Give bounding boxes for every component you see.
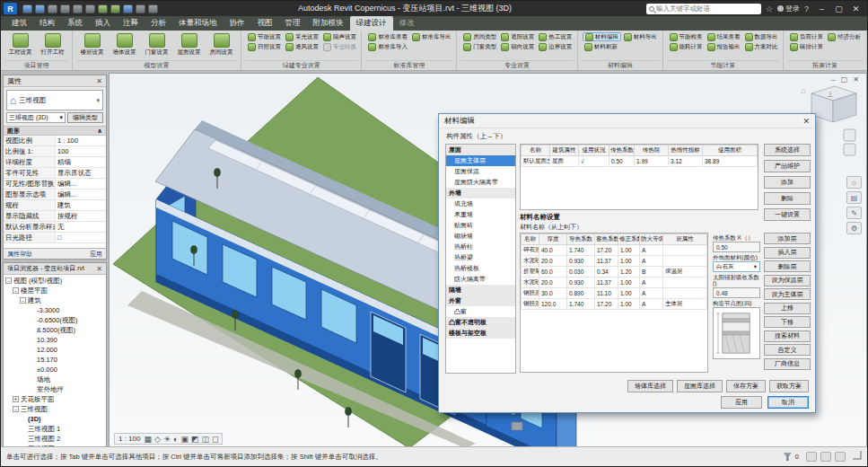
- property-row[interactable]: 显示隐藏线按规程: [4, 211, 106, 222]
- column-header[interactable]: 层属性: [663, 234, 707, 245]
- apply-button[interactable]: 应用: [721, 396, 762, 409]
- browser-tree-item[interactable]: 15.170: [4, 355, 106, 365]
- browser-tree-item[interactable]: (3D): [4, 414, 106, 424]
- dialog-button[interactable]: 保存方案: [726, 380, 766, 392]
- ribbon-tab[interactable]: 体量和场地: [172, 16, 224, 31]
- ribbon-tool[interactable]: 专业转换: [321, 42, 358, 51]
- component-tree-item[interactable]: 屋面主体层: [446, 155, 515, 166]
- close-icon[interactable]: ✕: [96, 265, 102, 273]
- component-tree-item[interactable]: 凸窗不透明板: [446, 317, 515, 328]
- view-scale[interactable]: 1 : 100: [118, 435, 140, 443]
- ribbon-tab[interactable]: 视图: [251, 16, 279, 31]
- ribbon-tool[interactable]: 方案对比: [743, 42, 780, 51]
- ribbon-panel-label[interactable]: 拓展计算: [787, 60, 863, 70]
- component-tree-item[interactable]: 外墙: [446, 188, 515, 198]
- ribbon-tool[interactable]: 能耗计算: [668, 42, 705, 51]
- maximize-button[interactable]: ▢: [830, 2, 847, 16]
- edit-tool-icon[interactable]: ✎: [846, 207, 862, 219]
- navigation-wheel-icon[interactable]: [844, 129, 855, 141]
- view-control-icon[interactable]: ◻: [212, 435, 218, 444]
- ribbon-tool[interactable]: 门窗类型: [461, 42, 498, 51]
- k-value-field[interactable]: 0.50: [713, 242, 760, 252]
- properties-help-link[interactable]: 属性帮助: [7, 250, 32, 259]
- editable-only-icon[interactable]: [806, 452, 817, 462]
- component-tree-item[interactable]: 屋面保温: [446, 166, 515, 177]
- dialog-button[interactable]: 产品维护: [764, 160, 811, 172]
- pan-tool-icon[interactable]: [844, 144, 855, 155]
- browser-tree-item[interactable]: +天花板平面: [4, 394, 106, 404]
- browser-tree-item[interactable]: 三维视图 1: [4, 424, 106, 434]
- browser-tree-item[interactable]: -3.3000: [4, 305, 106, 315]
- ribbon-panel-label[interactable]: 节能计算: [667, 60, 779, 70]
- column-header[interactable]: 使用状况: [579, 145, 609, 156]
- select-links-icon[interactable]: [835, 452, 846, 462]
- column-header[interactable]: 修正系数: [618, 234, 640, 245]
- browser-tree-item[interactable]: -楼层平面: [4, 286, 106, 295]
- property-row[interactable]: 视图比例1 : 100: [4, 136, 106, 146]
- ribbon-tool[interactable]: 朝向设置: [499, 42, 536, 51]
- selection-filter[interactable]: 0: [784, 453, 799, 461]
- dialog-button[interactable]: 删除: [764, 192, 811, 205]
- ribbon-tool[interactable]: 数据导出: [743, 32, 780, 41]
- material-row[interactable]: 碎石混凝土40.01.74017.201.00A: [522, 245, 707, 256]
- tree-expander-icon[interactable]: -: [13, 287, 19, 294]
- ribbon-tool[interactable]: 负荷计算: [788, 32, 825, 41]
- ribbon-tool[interactable]: 房间设置: [206, 32, 236, 58]
- ribbon-tab[interactable]: 分析: [145, 16, 172, 31]
- component-tree-item[interactable]: 贴面砖: [446, 220, 515, 231]
- edit-type-button[interactable]: 编辑类型: [67, 112, 103, 123]
- column-header[interactable]: 名称: [522, 234, 539, 245]
- ribbon-tool[interactable]: 材料导出: [622, 32, 659, 41]
- dialog-button[interactable]: 厂商信息: [764, 358, 811, 370]
- view-restore-icon[interactable]: ▢: [841, 75, 848, 84]
- browser-tree-item[interactable]: 场地: [4, 374, 106, 384]
- ribbon-panel-label[interactable]: 绿建专业设置: [245, 60, 357, 70]
- settings-gear-icon[interactable]: ⚙: [846, 222, 862, 234]
- ribbon-tab[interactable]: 结构: [33, 16, 61, 31]
- dialog-button[interactable]: 添加层: [764, 233, 811, 244]
- ribbon-tool[interactable]: 门窗设置: [142, 32, 171, 58]
- dialog-button[interactable]: 删除层: [764, 260, 811, 272]
- close-icon[interactable]: ✕: [802, 117, 810, 126]
- redo-icon[interactable]: [73, 4, 83, 13]
- component-tree-item[interactable]: 热桥柱: [446, 242, 515, 252]
- dialog-button[interactable]: 设为主体层: [764, 288, 811, 300]
- component-tree-item[interactable]: 凸窗: [446, 306, 515, 317]
- ribbon-tool[interactable]: 标准库导入: [366, 42, 409, 51]
- view-control-icon[interactable]: ◐: [173, 435, 178, 444]
- browser-tree-item[interactable]: 12.000: [4, 345, 106, 355]
- tree-expander-icon[interactable]: +: [13, 396, 19, 402]
- ribbon-tab[interactable]: 修改: [393, 16, 421, 31]
- dialog-button[interactable]: 系统选择: [764, 144, 811, 156]
- browser-tree-item[interactable]: -建筑: [4, 295, 106, 305]
- close-button[interactable]: ✕: [847, 2, 864, 16]
- resize-grip[interactable]: [853, 451, 862, 460]
- browser-tree-item[interactable]: -三维视图: [4, 404, 106, 414]
- dialog-button[interactable]: 墙体库选择: [627, 380, 673, 392]
- component-tree-item[interactable]: 隔墙: [446, 285, 515, 295]
- column-header[interactable]: 热惰性指标: [669, 145, 703, 156]
- ribbon-tool[interactable]: 墙体设置: [110, 32, 139, 58]
- measure-icon[interactable]: [98, 4, 108, 13]
- ribbon-tool[interactable]: 碳排计算: [788, 42, 825, 51]
- tree-expander-icon[interactable]: -: [13, 406, 19, 412]
- component-tree-item[interactable]: 屋面防火隔离带: [446, 177, 515, 188]
- view-control-icon[interactable]: ☀: [163, 435, 171, 444]
- browser-tree-item[interactable]: -视图 (模型/视图): [4, 276, 106, 286]
- type-selector[interactable]: ⌂ 三维视图 ▾: [6, 90, 103, 110]
- minimize-button[interactable]: –: [813, 2, 830, 16]
- dialog-button[interactable]: 搜索材料: [764, 330, 811, 342]
- sign-in-button[interactable]: 登录: [777, 4, 800, 13]
- dialog-button[interactable]: 获取方案: [769, 380, 809, 392]
- dialog-button[interactable]: 屋面库选择: [677, 380, 723, 392]
- browser-tree-item[interactable]: ±0.000: [4, 365, 106, 374]
- tree-expander-icon[interactable]: -: [5, 278, 12, 284]
- dialog-button[interactable]: 自定义: [764, 344, 811, 356]
- ribbon-tool[interactable]: 采光设置: [284, 32, 320, 41]
- print-icon[interactable]: [85, 4, 95, 13]
- view-control-icon[interactable]: ▦: [144, 435, 152, 444]
- ribbon-tab[interactable]: 附加模块: [307, 16, 350, 31]
- browser-tree-item[interactable]: 室外地坪: [4, 384, 106, 394]
- ribbon-tool[interactable]: 经济分析: [826, 32, 863, 41]
- component-tree-item[interactable]: 填充墙: [446, 198, 515, 209]
